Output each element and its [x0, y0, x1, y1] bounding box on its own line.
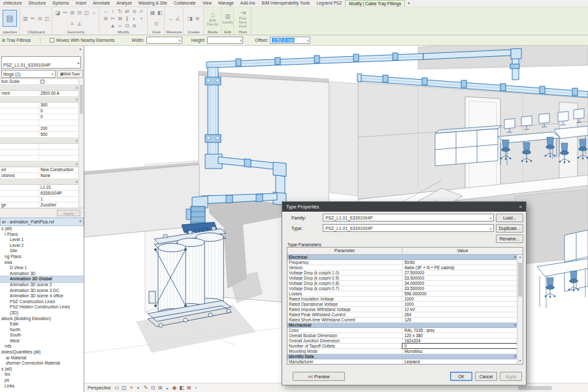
- apply-button[interactable]: Apply: [57, 210, 80, 216]
- property-row[interactable]: ge Zucchini: [0, 203, 78, 208]
- properties-scrollbar[interactable]: [78, 78, 84, 208]
- tree-item[interactable]: Site: [0, 248, 84, 254]
- property-row[interactable]: 200: [0, 126, 78, 132]
- tree-item[interactable]: Level 1: [0, 237, 84, 243]
- offset-icon[interactable]: ↕: [110, 8, 116, 14]
- sun-path-icon[interactable]: ☀: [128, 385, 135, 391]
- height-combo[interactable]: ∨: [207, 37, 243, 44]
- justify-button[interactable]: ≣ Justify: [222, 8, 233, 28]
- tree-item[interactable]: Links: [0, 384, 84, 389]
- tree-item[interactable]: r Plans: [0, 232, 84, 238]
- parameter-row[interactable]: Rated Operational Voltage 1000: [287, 302, 517, 307]
- checkbox[interactable]: [41, 80, 44, 84]
- parameter-row[interactable]: Frequency 50/60: [287, 260, 517, 265]
- parameter-row[interactable]: Rated Short-time Withstand Current 120: [287, 318, 517, 323]
- property-row[interactable]: ±: [0, 85, 78, 91]
- parameter-row[interactable]: Voltage Drop (k cosphi 1.0) 27.500000: [287, 270, 517, 276]
- load-button[interactable]: Load...: [496, 214, 523, 222]
- tree-item[interactable]: Animation 3D scene 3 DC: [0, 288, 84, 294]
- category-filter-combo[interactable]: ttings (1) ∨: [1, 70, 56, 78]
- column-parameter[interactable]: Parameter: [287, 248, 402, 254]
- property-row[interactable]: ed New Construction: [0, 167, 78, 173]
- ribbon-tab[interactable]: Modify | Cable Tray Fittings: [345, 0, 405, 7]
- property-row[interactable]: 1: [0, 197, 78, 203]
- parameter-row[interactable]: Mounting Mode Monobloc: [287, 349, 517, 354]
- property-row[interactable]: rrent 2500.00 A: [0, 91, 78, 97]
- property-row[interactable]: 0: [0, 108, 78, 114]
- parameter-row[interactable]: Number of Tapoff Outlets 0: [287, 344, 517, 349]
- parameter-row[interactable]: Color RAL 7035 : grey: [287, 328, 517, 333]
- view-scale-label[interactable]: Perspective: [88, 385, 111, 390]
- tree-item[interactable]: ews: [0, 260, 84, 266]
- join-icon[interactable]: ⊞: [69, 10, 76, 16]
- pin-icon[interactable]: ±: [514, 323, 516, 327]
- ribbon-tab[interactable]: Collaborate: [171, 0, 199, 7]
- parameter-row[interactable]: Voltage Drop (k cosphi 0.9) 33.500000: [287, 276, 517, 281]
- copy-icon[interactable]: ⊟: [37, 16, 43, 22]
- rotate-icon[interactable]: ↻: [117, 8, 123, 14]
- ribbon-tab[interactable]: Structure: [25, 0, 50, 7]
- tree-item[interactable]: North: [0, 327, 84, 333]
- tree-item[interactable]: D View 1: [0, 265, 84, 271]
- tree-item[interactable]: Animation 3D scene 4 office: [0, 293, 84, 299]
- type-selector[interactable]: PSZ_L1.01_63391004P ▾: [1, 56, 81, 69]
- parameter-row[interactable]: Electrical ±: [287, 255, 517, 260]
- moves-with-nearby-checkbox[interactable]: [50, 38, 54, 42]
- reveal-hidden-icon[interactable]: ◉: [171, 385, 178, 391]
- property-row[interactable]: 300: [0, 103, 78, 108]
- worksharing-display-icon[interactable]: ◧: [178, 385, 186, 391]
- parameter-row[interactable]: Rated Peak Withstand Current 264: [287, 312, 517, 318]
- measure-icon[interactable]: ↔: [167, 16, 174, 22]
- pin-icon[interactable]: ±: [514, 354, 516, 359]
- horizontal-scrollbar[interactable]: [518, 386, 552, 390]
- tree-item[interactable]: ations (Building Elevation): [0, 316, 84, 322]
- isolate-icon[interactable]: ⊡: [153, 21, 159, 27]
- browser-close-icon[interactable]: ×: [79, 219, 82, 223]
- wall-joins-icon[interactable]: ◫: [84, 10, 90, 16]
- rename-button[interactable]: Rename...: [496, 235, 523, 243]
- ribbon-tab[interactable]: Insert: [73, 0, 90, 7]
- property-row[interactable]: 0: [0, 114, 78, 120]
- property-row[interactable]: 500: [0, 132, 78, 138]
- corner-icon[interactable]: ▲: [110, 23, 116, 29]
- tree-item[interactable]: ng Plans: [0, 254, 84, 260]
- ribbon-tab[interactable]: View: [199, 0, 215, 7]
- ok-button[interactable]: OK: [450, 372, 472, 381]
- cut-icon[interactable]: ✂: [29, 16, 36, 22]
- collapse-icon[interactable]: ‹: [193, 385, 200, 391]
- apply-button[interactable]: Apply: [500, 372, 522, 381]
- beam-icon[interactable]: ⌂: [91, 10, 97, 16]
- parameter-row[interactable]: Losses 596.000000: [287, 291, 517, 297]
- pin-icon[interactable]: ±: [76, 138, 78, 143]
- pin-icon[interactable]: ±: [76, 85, 78, 90]
- pick-new-host-button[interactable]: ⇥ Pick New Host: [235, 8, 250, 28]
- tree-item[interactable]: PSZ Hidden Construction Lines: [0, 304, 84, 310]
- parameter-row[interactable]: Mechanical ±: [287, 323, 517, 328]
- property-row[interactable]: ±: [0, 179, 78, 185]
- family-combo[interactable]: PSZ_L1.01_63391004P∨: [323, 214, 494, 221]
- parameter-row[interactable]: Voltage Drop (k cosphi 0.8) 34.000000: [287, 281, 517, 286]
- pin-icon[interactable]: ∥: [124, 16, 131, 22]
- dialog-title-bar[interactable]: Type Properties ×: [282, 202, 526, 212]
- parameter-row[interactable]: Version 4wire (3F + N + PE casing): [287, 265, 517, 270]
- split-icon[interactable]: ✂: [110, 16, 116, 22]
- create-group-icon[interactable]: ⊕: [194, 16, 201, 22]
- pin-icon[interactable]: ±: [514, 255, 516, 259]
- edit-family-button[interactable]: ⌂ Edit Family: [205, 8, 220, 28]
- tree-item[interactable]: Level 2: [0, 243, 84, 249]
- angle-icon[interactable]: ∠: [76, 21, 83, 27]
- tree-item[interactable]: s (all): [0, 226, 84, 232]
- tree-item[interactable]: dules/Quantities (all): [0, 350, 84, 355]
- sketchy-lines-icon[interactable]: ✎: [142, 385, 150, 391]
- floor-icon[interactable]: ≡: [69, 21, 76, 27]
- visual-style-icon[interactable]: ◫: [121, 385, 128, 391]
- tree-item[interactable]: Animation 3D Global: [0, 276, 84, 282]
- property-row[interactable]: olished None: [0, 173, 78, 179]
- shadows-icon[interactable]: ◐: [135, 385, 142, 391]
- property-row[interactable]: L1.01: [0, 185, 78, 191]
- tree-item[interactable]: s (all): [0, 367, 84, 372]
- parameter-row[interactable]: Rated Impulse Withstand Voltage 12 kV: [287, 307, 517, 312]
- tree-item[interactable]: sformer Connection Material: [0, 361, 84, 367]
- project-browser-header[interactable]: er - animation_PathPlus.rvt ×: [0, 218, 84, 226]
- parameter-row[interactable]: Overall Busbar Dimension 120 x 380: [287, 333, 517, 338]
